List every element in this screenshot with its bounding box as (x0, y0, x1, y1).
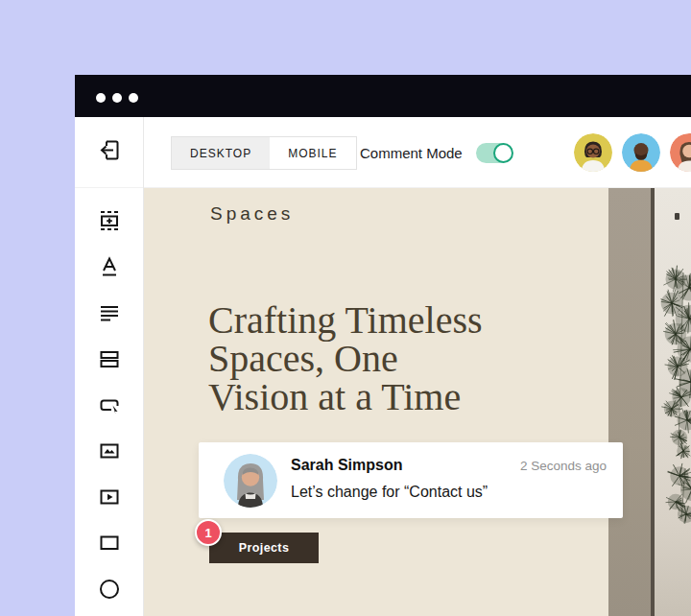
tool-paragraph[interactable] (86, 290, 132, 336)
tool-text[interactable] (86, 244, 132, 290)
editor-sidebar (75, 117, 144, 616)
page: { "titlebar": { "controls_icon": "three-… (0, 0, 691, 616)
hero-photo[interactable] (608, 188, 691, 616)
window-control-dot[interactable] (96, 93, 106, 103)
device-toggle: DESKTOP MOBILE (171, 136, 357, 170)
heading-line: Spaces, One (208, 340, 483, 378)
exit-editor-button[interactable] (75, 117, 143, 188)
photo-wall-pillar (608, 188, 651, 616)
comment-card[interactable]: Sarah Simpson 2 Seconds ago Let’s change… (199, 442, 623, 518)
exit-editor-icon (96, 137, 122, 167)
collaborator-avatar-coral[interactable] (670, 133, 691, 172)
button-element-icon (97, 392, 122, 417)
comment-timestamp: 2 Seconds ago (520, 459, 607, 473)
site-nav-label[interactable]: Spaces (210, 203, 294, 225)
sections-icon (97, 346, 122, 371)
tab-mobile[interactable]: MOBILE (270, 137, 355, 169)
comment-author-avatar (224, 454, 277, 508)
video-icon (97, 485, 122, 509)
image-icon (97, 438, 122, 463)
hero-heading[interactable]: Crafting Timeless Spaces, One Vision at … (208, 301, 483, 416)
tab-desktop[interactable]: DESKTOP (172, 137, 270, 169)
comment-message: Let’s change for “Contact us” (291, 484, 488, 501)
design-canvas: Spaces Crafting Timeless Spaces, One Vis… (144, 188, 691, 616)
tool-button-element[interactable] (86, 382, 132, 428)
projects-button[interactable]: Projects (209, 533, 319, 563)
heading-line: Vision at a Time (208, 378, 483, 416)
tool-circle-shape[interactable] (86, 566, 132, 612)
app-window: DESKTOP MOBILE Comment Mode (75, 75, 691, 616)
add-section-icon (97, 208, 122, 233)
comment-count-badge[interactable]: 1 (195, 519, 222, 546)
collaborator-avatars (574, 133, 691, 172)
window-controls[interactable] (96, 93, 138, 103)
tool-sections[interactable] (86, 336, 132, 382)
comment-author-name: Sarah Simpson (291, 457, 402, 474)
window-titlebar (75, 75, 691, 117)
tool-add-section[interactable] (86, 198, 132, 244)
plant-image (655, 188, 691, 616)
tool-rectangle-shape[interactable] (86, 520, 132, 566)
window-control-dot[interactable] (129, 93, 138, 103)
toggle-knob (493, 143, 513, 163)
paragraph-icon (97, 300, 122, 325)
rectangle-shape-icon (97, 531, 122, 556)
top-toolbar: DESKTOP MOBILE Comment Mode (144, 117, 691, 188)
comment-mode-label: Comment Mode (360, 145, 463, 161)
collaborator-avatar-yellow[interactable] (574, 133, 612, 172)
window-control-dot[interactable] (112, 93, 122, 103)
tool-palette (75, 188, 143, 612)
text-icon (97, 254, 122, 279)
collaborator-avatar-blue[interactable] (622, 133, 660, 172)
tool-video[interactable] (86, 474, 132, 520)
tool-image[interactable] (86, 428, 132, 474)
comment-mode-toggle[interactable] (476, 143, 512, 163)
heading-line: Crafting Timeless (208, 301, 483, 340)
circle-shape-icon (97, 577, 122, 602)
